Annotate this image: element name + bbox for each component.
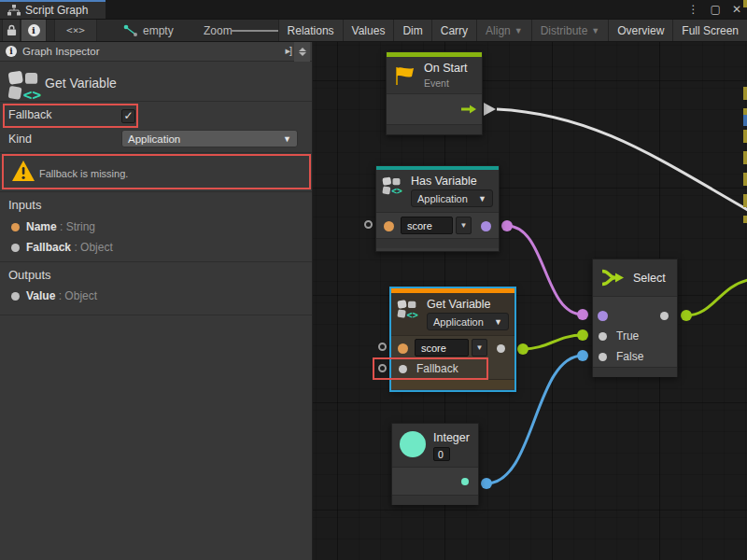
wire-endpoint[interactable] <box>681 310 692 321</box>
graph-inspector-panel: i Graph Inspector ▸] <> Get Variable Fal… <box>0 42 313 560</box>
align-button[interactable]: Align ▼ <box>476 20 531 41</box>
connection-indicator: empty <box>123 20 174 41</box>
close-icon[interactable]: ✕ <box>732 3 741 16</box>
toolbar-button-group: Relations Values Dim Carry Align ▼ Distr… <box>278 20 747 41</box>
hierarchy-icon <box>7 5 21 16</box>
panel-title: Graph Inspector <box>22 46 99 57</box>
inspector-toggle-button[interactable]: i <box>21 20 47 41</box>
node-select[interactable]: Select True False <box>592 259 678 377</box>
wire-endpoint[interactable] <box>517 343 529 355</box>
integer-value-field[interactable]: 0 <box>433 447 450 461</box>
variables-icon: <> <box>382 175 403 198</box>
tab-script-graph[interactable]: Script Graph <box>0 0 106 19</box>
flag-icon <box>394 65 416 86</box>
clipped-edge-mark <box>743 0 747 7</box>
svg-text:<>: <> <box>407 310 418 320</box>
menu-icon[interactable]: ⋮ <box>688 3 699 16</box>
wire-endpoint[interactable] <box>501 220 513 231</box>
node-title: Get Variable <box>427 298 509 311</box>
lock-button[interactable] <box>2 20 21 41</box>
select-icon <box>600 268 626 287</box>
node-has-variable[interactable]: <> Has Variable Application ▼ score ▼ <box>375 165 500 252</box>
chevron-down-icon: ▼ <box>494 317 502 327</box>
svg-text:<>: <> <box>23 86 41 102</box>
wire-on-start <box>497 109 747 210</box>
flow-output-port[interactable] <box>461 104 476 115</box>
number-output-port[interactable] <box>461 478 469 485</box>
input-row-fallback: Fallback : Object <box>26 241 113 254</box>
integer-icon <box>400 431 426 457</box>
output-row-value: Value : Object <box>26 289 97 302</box>
output-port-dot <box>11 292 20 301</box>
nest-graph-icon <box>123 24 138 37</box>
wire-endpoint[interactable] <box>577 309 588 320</box>
condition-input-port[interactable] <box>598 311 608 321</box>
values-button[interactable]: Values <box>343 20 394 41</box>
info-icon: i <box>6 46 17 57</box>
selection-output-port[interactable] <box>660 312 669 320</box>
inputs-heading: Inputs <box>8 198 41 212</box>
lock-icon <box>7 24 17 36</box>
unconnected-port-ring[interactable] <box>378 343 387 351</box>
maximize-icon[interactable]: ▢ <box>711 3 721 16</box>
wire-get-variable-select <box>523 335 583 349</box>
name-input-port[interactable] <box>384 221 394 231</box>
inspected-node-title: Get Variable <box>45 76 117 91</box>
node-title: Select <box>633 272 666 285</box>
variables-icon: <> <box>397 298 419 321</box>
input-row-name: Name : String <box>26 220 95 233</box>
variable-name-dropdown[interactable]: ▼ <box>472 339 487 357</box>
kind-dropdown[interactable]: Application ▼ <box>121 130 298 147</box>
false-input-port[interactable] <box>599 353 607 361</box>
distribute-button[interactable]: Distribute ▼ <box>531 20 609 41</box>
dim-button[interactable]: Dim <box>393 20 430 41</box>
variable-name-field[interactable]: score <box>415 339 469 357</box>
fallback-port-highlight-rect <box>373 357 488 380</box>
clipped-node-edge-port <box>743 115 747 126</box>
true-port-label: True <box>616 329 639 343</box>
graph-toolbar: i <×> empty Zoom 1x Relations Values Dim… <box>0 19 747 42</box>
wires-layer <box>313 42 747 560</box>
graph-inspector-header: i Graph Inspector ▸] <box>0 42 312 62</box>
relations-button[interactable]: Relations <box>278 20 343 41</box>
zoom-label: Zoom <box>204 24 233 37</box>
wire-endpoint[interactable] <box>577 350 588 361</box>
unconnected-port-ring[interactable] <box>364 220 373 229</box>
variable-kind-dropdown[interactable]: Application ▼ <box>411 189 493 207</box>
input-port-dot <box>11 223 20 231</box>
wire-select-output <box>686 280 747 315</box>
wire-has-variable-select <box>507 226 583 315</box>
true-input-port[interactable] <box>599 332 607 341</box>
chevron-down-icon: ▼ <box>283 134 291 144</box>
carry-button[interactable]: Carry <box>431 20 476 41</box>
graph-canvas[interactable]: On Start Event <box>313 42 747 560</box>
variables-icon: <> <box>7 70 43 102</box>
false-port-label: False <box>616 350 643 363</box>
variable-name-dropdown[interactable]: ▼ <box>456 217 472 234</box>
wire-endpoint[interactable] <box>481 478 492 489</box>
clipped-node-edge <box>743 87 747 223</box>
fallback-highlight-rect <box>3 104 138 128</box>
wire-endpoint[interactable] <box>577 329 588 341</box>
outputs-heading: Outputs <box>8 268 51 282</box>
tab-title: Script Graph <box>25 4 88 17</box>
kind-label: Kind <box>8 133 32 146</box>
chevron-down-icon: ▼ <box>591 26 599 35</box>
node-integer[interactable]: Integer 0 <box>391 423 479 505</box>
dock-icon[interactable]: ▸] <box>285 45 291 57</box>
info-icon: i <box>28 24 40 36</box>
code-preview-button[interactable]: <×> <box>54 20 97 41</box>
empty-label: empty <box>143 24 174 37</box>
value-output-port[interactable] <box>497 344 505 353</box>
node-on-start[interactable]: On Start Event <box>386 51 483 135</box>
svg-text:<>: <> <box>391 186 402 196</box>
name-input-port[interactable] <box>398 343 408 354</box>
tab-bar: Script Graph ⋮ ▢ ✕ <box>0 0 747 19</box>
input-port-dot <box>11 244 20 252</box>
overview-button[interactable]: Overview <box>608 20 672 41</box>
variable-name-field[interactable]: score <box>401 217 453 234</box>
variable-kind-dropdown[interactable]: Application ▼ <box>427 313 509 330</box>
bool-output-port[interactable] <box>481 221 491 231</box>
full-screen-button[interactable]: Full Screen <box>672 20 747 41</box>
panel-spinner[interactable] <box>294 42 310 62</box>
